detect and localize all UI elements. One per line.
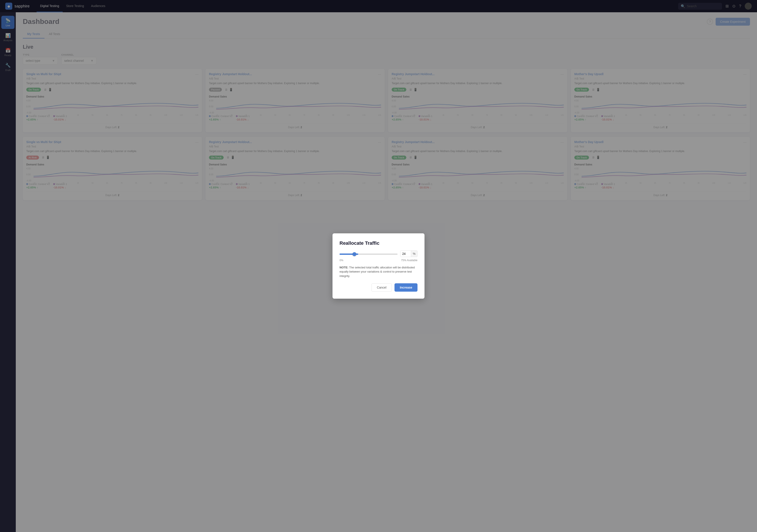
slider-wrapper [340, 252, 398, 256]
modal-overlay[interactable]: Reallocate Traffic % 0% 75% Available NO… [0, 0, 757, 532]
percent-sign: % [411, 251, 417, 257]
slider-labels: 0% 75% Available [340, 259, 417, 262]
reallocate-traffic-modal: Reallocate Traffic % 0% 75% Available NO… [332, 234, 425, 299]
increase-button[interactable]: Increase [394, 283, 417, 292]
slider-row: % [340, 250, 417, 257]
modal-title: Reallocate Traffic [340, 240, 417, 246]
modal-note-text: The selected total traffic allocation wi… [340, 266, 415, 278]
percent-input[interactable] [400, 251, 411, 257]
percent-input-box: % [400, 250, 417, 257]
slider-available-label: 75% Available [401, 259, 417, 262]
modal-actions: Cancel Increase [340, 283, 417, 292]
traffic-slider[interactable] [340, 254, 398, 255]
cancel-button[interactable]: Cancel [372, 283, 392, 292]
modal-note-strong: NOTE: [340, 266, 348, 269]
modal-note: NOTE: The selected total traffic allocat… [340, 266, 417, 278]
slider-min-label: 0% [340, 259, 343, 262]
